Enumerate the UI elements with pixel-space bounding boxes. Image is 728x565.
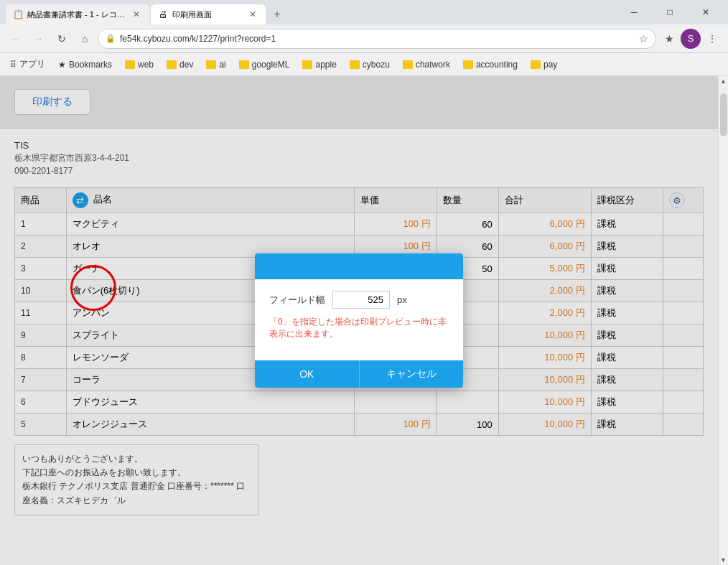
- bookmark-bookmarks[interactable]: ★ Bookmarks: [54, 58, 116, 71]
- modal-field-unit: px: [397, 294, 407, 305]
- extensions-button[interactable]: ★: [659, 29, 679, 49]
- folder-icon: [167, 60, 177, 69]
- modal-footer: OK キャンセル: [255, 360, 463, 388]
- modal-field-label: フィールド幅: [269, 294, 325, 307]
- bookmark-accounting[interactable]: accounting: [459, 58, 522, 71]
- star-icon: ★: [58, 60, 66, 70]
- tab-2-close[interactable]: ✕: [247, 9, 258, 20]
- folder-icon: [206, 60, 216, 69]
- modal-ok-button[interactable]: OK: [255, 360, 359, 388]
- bookmarks-bar: ⠿ アプリ ★ Bookmarks web dev ai googleML ap…: [0, 53, 728, 76]
- bookmark-apple-label: apple: [315, 60, 336, 70]
- tab-1[interactable]: 📋 納品書兼請求書 - 1 - レコードの詳... ✕: [6, 4, 149, 24]
- bookmark-dev[interactable]: dev: [162, 58, 197, 71]
- menu-button[interactable]: ⋮: [702, 29, 722, 49]
- profile-button[interactable]: S: [681, 29, 701, 49]
- tab-2[interactable]: 🖨 印刷用画面 ✕: [151, 4, 266, 24]
- bookmark-web-label: web: [138, 60, 154, 70]
- scroll-container[interactable]: 印刷する TIS 栃木県宇都宮市西原3-4-4-201 090-2201-817…: [0, 76, 718, 565]
- tab-1-icon: 📋: [13, 9, 23, 19]
- window-controls: ─ □ ✕: [617, 2, 722, 22]
- maximize-button[interactable]: □: [653, 2, 686, 22]
- scrollbar[interactable]: ▲ ▼: [718, 76, 728, 565]
- tab-2-icon: 🖨: [158, 9, 168, 19]
- nav-right-buttons: ★ S ⋮: [659, 29, 722, 49]
- bookmark-pay[interactable]: pay: [526, 58, 561, 71]
- bookmark-web[interactable]: web: [121, 58, 158, 71]
- forward-button[interactable]: →: [29, 29, 49, 49]
- scrollbar-down-arrow[interactable]: ▼: [719, 555, 729, 565]
- browser-frame: 📋 納品書兼請求書 - 1 - レコードの詳... ✕ 🖨 印刷用画面 ✕ + …: [0, 0, 728, 565]
- lock-icon: 🔒: [106, 34, 116, 43]
- folder-icon: [403, 60, 413, 69]
- nav-bar: ← → ↻ ⌂ 🔒 fe54k.cybozu.com/k/1227/print?…: [0, 24, 728, 53]
- scrollbar-thumb[interactable]: [720, 93, 727, 136]
- bookmark-cybozu[interactable]: cybozu: [345, 58, 394, 71]
- bookmark-apps[interactable]: ⠿ アプリ: [6, 57, 50, 72]
- close-button[interactable]: ✕: [689, 2, 722, 22]
- folder-icon: [531, 60, 541, 69]
- home-button[interactable]: ⌂: [75, 29, 95, 49]
- bookmark-dev-label: dev: [179, 60, 193, 70]
- bookmark-pay-label: pay: [543, 60, 557, 70]
- page-area: 印刷する TIS 栃木県宇都宮市西原3-4-4-201 090-2201-817…: [0, 76, 728, 565]
- modal-hint: 「0」を指定した場合は印刷プレビュー時に非表示に出来ます。: [269, 316, 449, 340]
- bookmark-apps-label: アプリ: [19, 58, 45, 70]
- bookmark-googleml[interactable]: googleML: [235, 58, 294, 71]
- bookmark-cybozu-label: cybozu: [363, 60, 390, 70]
- bookmark-chatwork-label: chatwork: [416, 60, 450, 70]
- folder-icon: [350, 60, 360, 69]
- back-button[interactable]: ←: [6, 29, 26, 49]
- modal-cancel-button[interactable]: キャンセル: [359, 360, 464, 388]
- bookmark-star[interactable]: ☆: [639, 33, 648, 45]
- bookmark-ai-label: ai: [219, 60, 225, 70]
- bookmark-ai[interactable]: ai: [202, 58, 230, 71]
- address-bar[interactable]: 🔒 fe54k.cybozu.com/k/1227/print?record=1…: [98, 29, 656, 49]
- modal-field-row: フィールド幅 px: [269, 291, 449, 309]
- new-tab-button[interactable]: +: [267, 4, 287, 24]
- modal-overlay: フィールド幅 px 「0」を指定した場合は印刷プレビュー時に非表示に出来ます。 …: [0, 76, 718, 565]
- title-bar: 📋 納品書兼請求書 - 1 - レコードの詳... ✕ 🖨 印刷用画面 ✕ + …: [0, 0, 728, 24]
- apps-icon: ⠿: [10, 60, 17, 70]
- folder-icon: [239, 60, 249, 69]
- address-text: fe54k.cybozu.com/k/1227/print?record=1: [120, 34, 635, 44]
- tab-bar: 📋 納品書兼請求書 - 1 - レコードの詳... ✕ 🖨 印刷用画面 ✕ +: [6, 0, 617, 24]
- scrollbar-track[interactable]: [719, 86, 728, 555]
- folder-icon: [302, 60, 312, 69]
- bookmark-apple[interactable]: apple: [298, 58, 340, 71]
- tab-1-label: 納品書兼請求書 - 1 - レコードの詳...: [27, 9, 126, 20]
- scrollbar-up-arrow[interactable]: ▲: [719, 76, 729, 86]
- tab-2-label: 印刷用画面: [172, 9, 243, 20]
- bookmark-googleml-label: googleML: [252, 60, 290, 70]
- modal-body: フィールド幅 px 「0」を指定した場合は印刷プレビュー時に非表示に出来ます。: [255, 279, 463, 360]
- bookmark-chatwork[interactable]: chatwork: [398, 58, 454, 71]
- field-width-modal: フィールド幅 px 「0」を指定した場合は印刷プレビュー時に非表示に出来ます。 …: [255, 253, 463, 388]
- modal-field-input[interactable]: [332, 291, 390, 309]
- bookmark-accounting-label: accounting: [476, 60, 518, 70]
- tab-1-close[interactable]: ✕: [131, 9, 142, 20]
- minimize-button[interactable]: ─: [617, 2, 650, 22]
- modal-header: [255, 253, 463, 279]
- reload-button[interactable]: ↻: [52, 29, 72, 49]
- bookmark-bookmarks-label: Bookmarks: [69, 60, 112, 70]
- folder-icon: [463, 60, 473, 69]
- folder-icon: [125, 60, 135, 69]
